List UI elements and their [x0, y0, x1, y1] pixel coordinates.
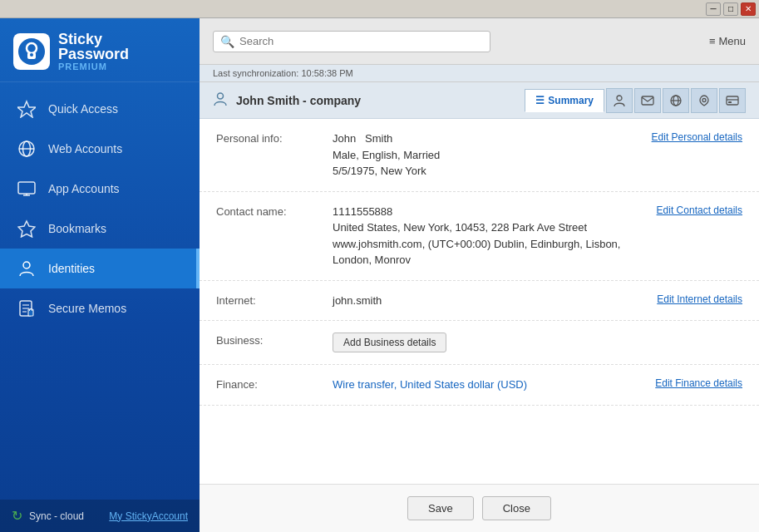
contact-name-value: 1111555888 United States, New York, 1045… [333, 204, 640, 268]
tab-email[interactable] [634, 88, 661, 113]
logo-premium: PREMIUM [58, 62, 129, 71]
personal-info-row: Personal info: John Smith Male, English,… [200, 119, 759, 192]
svg-rect-25 [727, 96, 738, 105]
sidebar-item-bookmarks[interactable]: Bookmarks [0, 209, 200, 249]
personal-line-3: 5/5/1975, New York [333, 163, 635, 180]
content-area: 🔍 ≡ Menu Last synchronization: 10:58:38 … [200, 18, 759, 532]
logo-icon [13, 33, 50, 70]
top-bar: 🔍 ≡ Menu [200, 18, 759, 65]
svg-point-18 [218, 93, 224, 99]
personal-line-2: Male, English, Married [333, 147, 635, 164]
sidebar-item-secure-memos[interactable]: Secure Memos [0, 288, 200, 328]
svg-point-19 [617, 96, 622, 101]
sidebar-item-app-accounts[interactable]: App Accounts [0, 169, 200, 209]
business-row: Business: Add Business details [200, 321, 759, 365]
app-accounts-icon [17, 179, 37, 199]
personal-info-value: John Smith Male, English, Married 5/5/19… [333, 131, 635, 180]
internet-label: Internet: [216, 293, 316, 307]
edit-internet-link[interactable]: Edit Internet details [657, 293, 742, 305]
add-business-button[interactable]: Add Business details [333, 332, 446, 352]
menu-icon: ≡ [709, 35, 716, 47]
identities-icon [17, 259, 37, 278]
svg-point-12 [23, 262, 30, 268]
sync-icon: ↻ [12, 508, 22, 524]
sidebar-item-label: Secure Memos [48, 302, 126, 315]
web-accounts-icon [17, 139, 37, 159]
finance-label: Finance: [216, 377, 316, 391]
internet-edit: Edit Internet details [657, 293, 742, 305]
svg-point-24 [702, 98, 706, 101]
sync-info-bar: Last synchronization: 10:58:38 PM [200, 65, 759, 82]
detail-footer: Save Close [200, 484, 759, 532]
detail-header: John Smith - company ☰ Summary [200, 82, 759, 119]
summary-label: Summary [548, 95, 594, 106]
svg-point-3 [30, 53, 33, 57]
finance-row: Finance: Wire transfer, United States do… [200, 365, 759, 406]
close-button[interactable]: ✕ [741, 2, 756, 16]
edit-personal-link[interactable]: Edit Personal details [652, 131, 742, 143]
sidebar-item-label: Web Accounts [48, 142, 122, 155]
personal-info-edit: Edit Personal details [652, 131, 742, 143]
detail-content: Personal info: John Smith Male, English,… [200, 119, 759, 484]
contact-name-row: Contact name: 1111555888 United States, … [200, 192, 759, 281]
logo-sticky: Sticky [58, 32, 129, 47]
sidebar-logo: Sticky Password PREMIUM [0, 18, 200, 82]
window-controls: ─ □ ✕ [706, 2, 756, 16]
sidebar: Sticky Password PREMIUM Quick Access Web… [0, 18, 200, 532]
logo-text: Sticky Password PREMIUM [58, 32, 129, 71]
secure-memos-icon [17, 298, 37, 318]
close-button[interactable]: Close [482, 496, 551, 520]
identity-icon [213, 91, 228, 110]
contact-line-2: United States, New York, 10453, 228 Park… [333, 219, 640, 236]
logo-svg [17, 37, 47, 66]
svg-rect-17 [28, 309, 33, 316]
personal-info-label: Personal info: [216, 131, 316, 145]
finance-line-1: Wire transfer, United States dollar (USD… [333, 377, 638, 393]
business-label: Business: [216, 332, 316, 347]
detail-panel: John Smith - company ☰ Summary [200, 82, 759, 532]
identity-title: John Smith - company [236, 94, 525, 107]
tab-summary[interactable]: ☰ Summary [525, 89, 604, 112]
internet-value: john.smith [333, 293, 640, 309]
bookmarks-icon [17, 219, 37, 239]
internet-line-1: john.smith [333, 293, 640, 309]
tab-card[interactable] [719, 88, 746, 113]
menu-label: Menu [718, 35, 746, 47]
maximize-button[interactable]: □ [723, 2, 738, 16]
edit-contact-link[interactable]: Edit Contact details [657, 204, 742, 216]
business-value: Add Business details [333, 332, 742, 352]
svg-marker-4 [17, 101, 36, 117]
my-sticky-account-link[interactable]: My StickyAccount [109, 510, 188, 522]
svg-rect-8 [18, 182, 35, 194]
menu-button[interactable]: ≡ Menu [709, 35, 746, 47]
summary-icon: ☰ [535, 95, 545, 106]
sidebar-item-quick-access[interactable]: Quick Access [0, 89, 200, 129]
quick-access-icon [17, 99, 37, 119]
title-bar: ─ □ ✕ [0, 0, 759, 18]
tab-buttons: ☰ Summary [525, 88, 746, 113]
edit-finance-link[interactable]: Edit Finance details [655, 377, 742, 389]
sidebar-footer: ↻ Sync - cloud My StickyAccount [0, 500, 200, 532]
last-sync-text: Last synchronization: 10:58:38 PM [213, 68, 353, 78]
sync-text: Sync - cloud [29, 510, 84, 522]
svg-rect-20 [642, 96, 653, 105]
sidebar-item-web-accounts[interactable]: Web Accounts [0, 129, 200, 169]
tab-address[interactable] [691, 88, 717, 113]
tab-web[interactable] [663, 88, 689, 113]
internet-row: Internet: john.smith Edit Internet detai… [200, 281, 759, 322]
logo-password: Password [58, 47, 129, 62]
finance-value: Wire transfer, United States dollar (USD… [333, 377, 638, 393]
search-input[interactable] [239, 35, 483, 47]
sidebar-item-identities[interactable]: Identities [0, 249, 200, 288]
sidebar-item-label: App Accounts [48, 182, 120, 195]
finance-edit: Edit Finance details [655, 377, 742, 389]
contact-line-1: 1111555888 [333, 204, 640, 220]
minimize-button[interactable]: ─ [706, 2, 721, 16]
search-icon: 🔍 [220, 35, 234, 48]
svg-marker-11 [18, 221, 35, 237]
contact-name-edit: Edit Contact details [657, 204, 742, 216]
tab-person[interactable] [606, 88, 633, 113]
save-button[interactable]: Save [407, 496, 474, 520]
sidebar-item-label: Bookmarks [48, 222, 106, 235]
personal-line-1: John Smith [333, 131, 635, 147]
